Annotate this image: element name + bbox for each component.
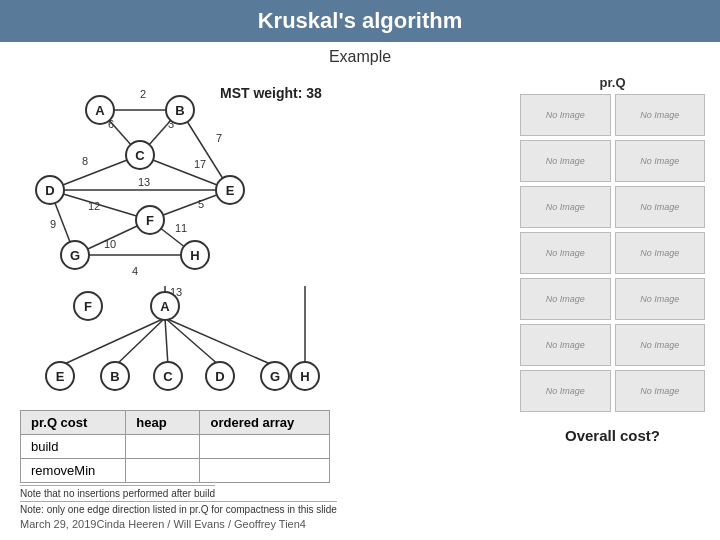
tree-node-label-h: H	[300, 369, 309, 384]
tree-node-label-a: A	[160, 299, 170, 314]
prq-cell-3: No Image	[615, 140, 706, 182]
edge-label-fh: 11	[175, 222, 187, 234]
node-label-c: C	[135, 148, 145, 163]
prq-cell-13: No Image	[615, 370, 706, 412]
cell-build-label: build	[21, 435, 126, 459]
tree-node-label-c: C	[163, 369, 173, 384]
prq-cell-6: No Image	[520, 232, 611, 274]
tree-node-label-g: G	[270, 369, 280, 384]
tree-edge-ab	[115, 318, 165, 366]
tree-edge-ad	[165, 318, 220, 366]
page-title: Kruskal's algorithm	[0, 0, 720, 42]
footer-left: March 29, 2019	[20, 518, 96, 530]
prq-cell-4: No Image	[520, 186, 611, 228]
prq-cell-2: No Image	[520, 140, 611, 182]
prq-cell-10: No Image	[520, 324, 611, 366]
prq-cell-7: No Image	[615, 232, 706, 274]
edge-label-fg: 10	[104, 238, 116, 250]
tree-node-label-d: D	[215, 369, 224, 384]
node-label-b: B	[175, 103, 184, 118]
node-label-h: H	[190, 248, 199, 263]
note-right-text: Note: only one edge direction listed in …	[20, 504, 337, 515]
note-text: Note that no insertions performed after …	[20, 488, 215, 499]
cell-removemin-label: removeMin	[21, 459, 126, 483]
cell-build-heap	[126, 435, 200, 459]
prq-cell-12: No Image	[520, 370, 611, 412]
cell-build-ordered	[200, 435, 330, 459]
edge-label-gh: 4	[132, 265, 138, 277]
node-label-a: A	[95, 103, 105, 118]
table-row-build: build	[21, 435, 330, 459]
cell-removemin-heap	[126, 459, 200, 483]
tree-node-label-b: B	[110, 369, 119, 384]
footer-bar: March 29, 2019 Cinda Heeren / Will Evans…	[20, 518, 306, 530]
table-section: pr.Q cost heap ordered array build remov…	[20, 410, 330, 483]
tree-svg: 13 A E B C D	[20, 286, 340, 401]
overall-cost-label: Overall cost?	[520, 427, 705, 444]
edge-label-ef: 5	[198, 198, 204, 210]
graph-svg: 2 6 3 7 17 8 12 9 5 10 11 4 13 A B C	[20, 80, 330, 295]
subtitle: Example	[0, 48, 720, 66]
tree-container: 13 A E B C D	[20, 286, 340, 405]
tree-node-label-e: E	[56, 369, 65, 384]
col-header-heap: heap	[126, 411, 200, 435]
footer-page: 4	[300, 518, 306, 530]
edge-label-be: 7	[216, 132, 222, 144]
tree-edge-ae	[60, 318, 165, 366]
prq-cell-0: No Image	[520, 94, 611, 136]
edge-label-df: 12	[88, 200, 100, 212]
edge-label-de: 13	[138, 176, 150, 188]
edge-label-dg: 9	[50, 218, 56, 230]
note-bar: Note that no insertions performed after …	[20, 485, 215, 499]
cell-removemin-ordered	[200, 459, 330, 483]
prq-cell-1: No Image	[615, 94, 706, 136]
col-header-ordered: ordered array	[200, 411, 330, 435]
prq-cell-8: No Image	[520, 278, 611, 320]
node-label-d: D	[45, 183, 54, 198]
node-label-e: E	[226, 183, 235, 198]
right-panel: pr.Q No ImageNo ImageNo ImageNo ImageNo …	[510, 70, 710, 530]
graph-container: MST weight: 38 2 6 3 7	[20, 80, 340, 281]
edge-label-ce: 17	[194, 158, 206, 170]
algo-table: pr.Q cost heap ordered array build remov…	[20, 410, 330, 483]
tree-node-label-f: F	[84, 299, 92, 314]
table-row-removemin: removeMin	[21, 459, 330, 483]
col-header-prcost: pr.Q cost	[21, 411, 126, 435]
prq-title: pr.Q	[520, 75, 705, 90]
node-label-f: F	[146, 213, 154, 228]
node-label-g: G	[70, 248, 80, 263]
tree-edge-ag	[165, 318, 275, 366]
prq-cell-5: No Image	[615, 186, 706, 228]
prq-cell-9: No Image	[615, 278, 706, 320]
left-panel: MST weight: 38 2 6 3 7	[10, 70, 510, 530]
edge-label-dc: 8	[82, 155, 88, 167]
footer-center: Cinda Heeren / Will Evans / Geoffrey Tie…	[96, 518, 299, 530]
prq-cell-11: No Image	[615, 324, 706, 366]
tree-edge-ac	[165, 318, 168, 366]
note-right-bar: Note: only one edge direction listed in …	[20, 501, 337, 515]
prq-grid: No ImageNo ImageNo ImageNo ImageNo Image…	[520, 94, 705, 412]
edge-label-ab: 2	[140, 88, 146, 100]
